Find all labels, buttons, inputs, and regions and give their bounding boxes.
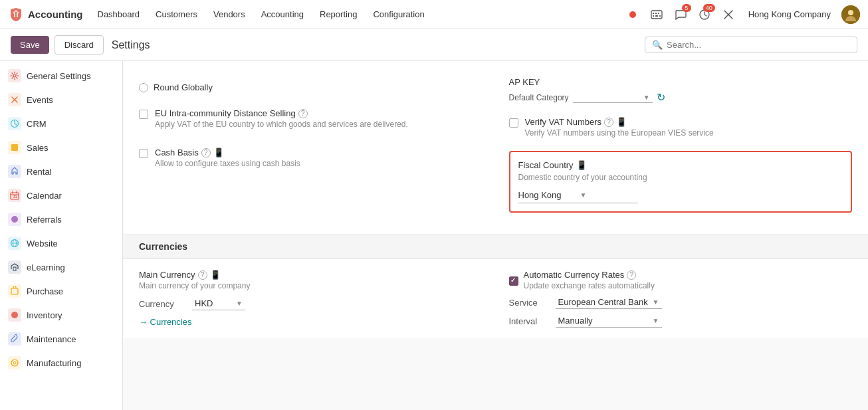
sidebar-item-elearning[interactable]: eLearning bbox=[0, 255, 122, 279]
nav-reporting[interactable]: Reporting bbox=[313, 5, 364, 23]
cash-basis-help-icon[interactable]: ? bbox=[201, 148, 211, 157]
eu-intra-field: EU Intra-community Distance Selling ? Ap… bbox=[155, 108, 408, 129]
general-settings-icon bbox=[8, 69, 21, 82]
messages-badge: 5 bbox=[682, 4, 691, 12]
toolbar: Save Discard Settings 🔍 bbox=[0, 29, 868, 61]
currencies-section-title: Currencies bbox=[139, 241, 187, 252]
eu-intra-help-icon[interactable]: ? bbox=[298, 109, 308, 118]
svg-rect-6 bbox=[659, 15, 661, 17]
round-globally-radio[interactable] bbox=[139, 83, 148, 92]
sidebar-item-crm[interactable]: CRM bbox=[0, 112, 122, 136]
eu-intra-row: EU Intra-community Distance Selling ? Ap… bbox=[139, 98, 483, 137]
sidebar-item-manufacturing[interactable]: Manufacturing bbox=[0, 351, 122, 375]
keyboard-shortcut-btn[interactable] bbox=[647, 5, 666, 24]
cash-basis-label: Cash Basis ? 📱 bbox=[155, 148, 300, 157]
nav-customers[interactable]: Customers bbox=[149, 5, 204, 23]
default-category-dropdown[interactable]: ▼ bbox=[573, 92, 653, 103]
sidebar: General Settings Events CRM Sales Rental bbox=[0, 61, 123, 410]
service-dropdown[interactable]: European Central Bank ▼ bbox=[556, 296, 662, 309]
nav-icons-area: 5 40 Hong Kong Company bbox=[623, 5, 860, 24]
sidebar-label-purchase: Purchase bbox=[27, 286, 63, 296]
discard-button[interactable]: Discard bbox=[54, 35, 104, 54]
eu-intra-checkbox-area: EU Intra-community Distance Selling ? Ap… bbox=[139, 108, 483, 129]
currencies-content: Main Currency ? 📱 Main currency of your … bbox=[123, 259, 868, 338]
auto-rates-header: ✓ Automatic Currency Rates ? Update exch… bbox=[509, 270, 853, 290]
status-dot-btn[interactable] bbox=[623, 5, 642, 24]
website-icon bbox=[8, 237, 21, 250]
fiscal-mobile-icon: 📱 bbox=[576, 160, 587, 170]
default-category-row: Default Category ▼ ↻ bbox=[509, 91, 853, 104]
sidebar-label-referrals: Referrals bbox=[27, 215, 62, 225]
sidebar-item-calendar[interactable]: 31 Calendar bbox=[0, 183, 122, 207]
sidebar-item-rental[interactable]: Rental bbox=[0, 159, 122, 183]
auto-rates-col: ✓ Automatic Currency Rates ? Update exch… bbox=[509, 270, 853, 328]
sidebar-item-general-settings[interactable]: General Settings bbox=[0, 64, 122, 88]
cash-basis-checkbox-area: Cash Basis ? 📱 Allow to configure taxes … bbox=[139, 148, 483, 168]
auto-rates-checkbox[interactable]: ✓ bbox=[509, 276, 518, 286]
main-currency-col: Main Currency ? 📱 Main currency of your … bbox=[139, 270, 483, 328]
sidebar-label-manufacturing: Manufacturing bbox=[27, 358, 81, 368]
verify-vat-field: Verify VAT Numbers ? 📱 Verify VAT number… bbox=[525, 117, 714, 138]
svg-rect-4 bbox=[653, 15, 654, 17]
verify-vat-checkbox[interactable] bbox=[509, 118, 518, 128]
nav-configuration[interactable]: Configuration bbox=[366, 5, 431, 23]
svg-point-21 bbox=[11, 312, 18, 318]
refresh-icon[interactable]: ↻ bbox=[657, 91, 665, 104]
sidebar-item-website[interactable]: Website bbox=[0, 231, 122, 255]
sidebar-label-website: Website bbox=[27, 239, 58, 249]
service-row: Service European Central Bank ▼ bbox=[509, 296, 853, 309]
search-icon: 🔍 bbox=[652, 40, 663, 50]
sidebar-label-elearning: eLearning bbox=[27, 262, 65, 272]
left-col: Round Globally EU Intra-community Distan… bbox=[139, 72, 483, 223]
verify-vat-desc: Verify VAT numbers using the European VI… bbox=[525, 128, 714, 138]
verify-vat-label: Verify VAT Numbers ? 📱 bbox=[525, 117, 714, 127]
purchase-icon bbox=[8, 284, 21, 298]
sidebar-item-sales[interactable]: Sales bbox=[0, 136, 122, 159]
auto-rates-help-icon[interactable]: ? bbox=[627, 270, 636, 280]
nav-vendors[interactable]: Vendors bbox=[207, 5, 252, 23]
close-btn[interactable] bbox=[719, 5, 738, 24]
cash-basis-row: Cash Basis ? 📱 Allow to configure taxes … bbox=[139, 137, 483, 176]
sidebar-label-crm: CRM bbox=[27, 119, 47, 129]
nav-accounting[interactable]: Accounting bbox=[255, 5, 310, 23]
save-button[interactable]: Save bbox=[11, 36, 49, 54]
eu-intra-desc: Apply VAT of the EU country to which goo… bbox=[155, 120, 408, 129]
apkey-label: AP KEY bbox=[509, 77, 853, 87]
user-avatar[interactable] bbox=[841, 5, 860, 24]
tax-settings-section: Round Globally EU Intra-community Distan… bbox=[123, 61, 868, 235]
interval-label: Interval bbox=[509, 316, 549, 326]
interval-dropdown[interactable]: Manually ▼ bbox=[556, 314, 662, 328]
events-icon bbox=[8, 93, 21, 106]
brand-logo[interactable]: Accounting bbox=[8, 7, 83, 23]
sidebar-item-referrals[interactable]: Referrals bbox=[0, 207, 122, 231]
sidebar-item-events[interactable]: Events bbox=[0, 88, 122, 112]
eu-intra-checkbox[interactable] bbox=[139, 110, 148, 119]
main-currency-title: Main Currency ? 📱 bbox=[139, 270, 483, 280]
sidebar-item-maintenance[interactable]: Maintenance bbox=[0, 327, 122, 351]
svg-rect-20 bbox=[11, 288, 18, 294]
currency-dropdown[interactable]: HKD ▼ bbox=[192, 297, 245, 310]
messages-btn[interactable]: 5 bbox=[671, 5, 690, 24]
svg-rect-3 bbox=[658, 13, 659, 14]
rental-icon bbox=[8, 165, 21, 178]
sidebar-item-inventory[interactable]: Inventory bbox=[0, 303, 122, 327]
default-category-label: Default Category bbox=[509, 93, 569, 102]
brand-name: Accounting bbox=[28, 9, 83, 20]
svg-rect-1 bbox=[653, 13, 654, 14]
currencies-link[interactable]: → Currencies bbox=[139, 317, 483, 327]
search-input[interactable] bbox=[667, 40, 850, 50]
search-bar: 🔍 bbox=[645, 37, 857, 53]
auto-rates-desc: Update exchange rates automatically bbox=[524, 281, 655, 290]
verify-vat-help-icon[interactable]: ? bbox=[604, 118, 613, 127]
sidebar-item-purchase[interactable]: Purchase bbox=[0, 279, 122, 303]
sales-icon bbox=[8, 141, 21, 154]
activities-btn[interactable]: 40 bbox=[695, 5, 714, 24]
fiscal-country-dropdown[interactable]: Hong Kong ▼ bbox=[518, 190, 638, 203]
cash-basis-checkbox[interactable] bbox=[139, 149, 148, 158]
sidebar-label-inventory: Inventory bbox=[27, 310, 62, 320]
auto-rates-title: Automatic Currency Rates ? bbox=[524, 270, 655, 280]
main-currency-desc: Main currency of your company bbox=[139, 281, 483, 290]
main-currency-mobile-icon: 📱 bbox=[210, 270, 221, 280]
nav-dashboard[interactable]: Dashboard bbox=[91, 5, 147, 23]
main-currency-help-icon[interactable]: ? bbox=[198, 270, 207, 280]
